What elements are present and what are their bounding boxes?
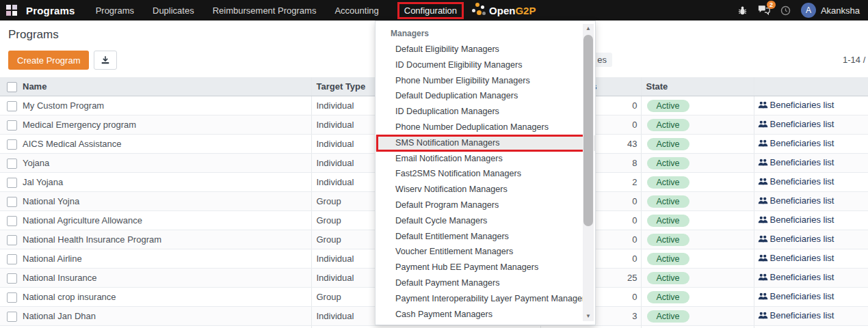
- state-badge: Active: [647, 215, 689, 227]
- dropdown-items: Default Eligibility ManagersID Document …: [376, 42, 595, 322]
- config-menu-item[interactable]: Default Eligibility Managers: [376, 42, 595, 57]
- beneficiaries-list-link[interactable]: Beneficiaries list: [758, 100, 834, 110]
- row-checkbox-cell: [0, 249, 21, 269]
- table-row[interactable]: National Family Benefits ProgramGroup0En…: [0, 326, 868, 328]
- user-menu[interactable]: A Akanksha: [801, 3, 860, 18]
- state-cell: Active: [641, 307, 754, 326]
- create-program-button[interactable]: Create Program: [8, 51, 89, 70]
- config-menu-item[interactable]: ID Document Eligibility Managers: [376, 57, 595, 73]
- state-badge: Active: [647, 291, 689, 303]
- scrollbar-thumb[interactable]: [583, 35, 593, 226]
- bug-icon[interactable]: [737, 5, 748, 16]
- actions-cell: Beneficiaries list: [754, 307, 868, 326]
- pager[interactable]: 1-14 /: [843, 55, 865, 65]
- row-checkbox-cell: [0, 230, 21, 249]
- actions-cell: Beneficiaries list: [754, 288, 868, 307]
- beneficiaries-list-link[interactable]: Beneficiaries list: [758, 215, 834, 225]
- app-window: Programs Programs Duplicates Reimburseme…: [0, 0, 868, 328]
- messages-icon[interactable]: 2: [758, 5, 770, 16]
- row-checkbox-cell: [0, 307, 21, 326]
- config-menu-item[interactable]: SMS Notification Managers: [376, 135, 595, 151]
- row-checkbox[interactable]: [7, 312, 17, 322]
- beneficiaries-list-link[interactable]: Beneficiaries list: [758, 291, 834, 301]
- row-checkbox-cell: [0, 211, 21, 230]
- row-checkbox-cell: [0, 192, 21, 211]
- beneficiaries-list-link[interactable]: Beneficiaries list: [758, 119, 834, 129]
- row-checkbox-cell: [0, 288, 21, 307]
- apps-menu-icon[interactable]: [6, 5, 17, 16]
- row-checkbox[interactable]: [7, 216, 17, 226]
- config-menu-item[interactable]: Payment Interoperability Layer Payment M…: [376, 291, 595, 307]
- column-header-name[interactable]: Name: [21, 77, 311, 96]
- row-checkbox[interactable]: [7, 159, 17, 169]
- program-name: AICS Medical Assistance: [21, 135, 311, 154]
- beneficiaries-list-link[interactable]: Beneficiaries list: [758, 176, 834, 187]
- row-checkbox[interactable]: [7, 273, 17, 284]
- config-menu-item[interactable]: Phone Number Eligibility Managers: [376, 73, 595, 89]
- config-menu-item[interactable]: Phone Number Deduplication Managers: [376, 120, 595, 135]
- row-checkbox[interactable]: [7, 178, 17, 188]
- menu-reimbursement-programs[interactable]: Reimbursement Programs: [213, 5, 317, 16]
- config-menu-item[interactable]: Wiserv Notification Managers: [376, 182, 595, 197]
- state-badge: Active: [647, 119, 689, 131]
- avatar[interactable]: A: [801, 3, 816, 18]
- config-menu-item[interactable]: ID Deduplication Managers: [376, 104, 595, 120]
- beneficiaries-list-link[interactable]: Beneficiaries list: [758, 157, 834, 167]
- menu-duplicates[interactable]: Duplicates: [153, 5, 194, 16]
- topbar-left: Programs Programs Duplicates Reimburseme…: [0, 1, 536, 19]
- scroll-up-arrow-icon[interactable]: ▲: [583, 25, 594, 32]
- people-group-icon: [758, 139, 768, 148]
- config-menu-item[interactable]: Email Notification Managers: [376, 151, 595, 167]
- config-menu-item[interactable]: Default Entitlement Managers: [376, 229, 595, 245]
- row-checkbox[interactable]: [7, 292, 17, 303]
- row-checkbox[interactable]: [7, 254, 17, 264]
- row-checkbox[interactable]: [7, 235, 17, 245]
- beneficiaries-list-link[interactable]: Beneficiaries list: [758, 253, 834, 263]
- config-menu-item[interactable]: Fast2SMS Notification Managers: [376, 166, 595, 182]
- people-group-icon: [758, 100, 768, 109]
- program-name: My Custom Program: [21, 96, 311, 115]
- menu-programs[interactable]: Programs: [96, 5, 134, 16]
- state-cell: Active: [641, 288, 754, 307]
- row-checkbox[interactable]: [7, 139, 17, 150]
- menu-configuration[interactable]: Configuration: [397, 2, 464, 19]
- app-title: Programs: [26, 5, 75, 16]
- beneficiaries-list-link[interactable]: Beneficiaries list: [758, 272, 834, 282]
- user-name: Akanksha: [821, 5, 860, 16]
- people-group-icon: [758, 254, 768, 262]
- page-title: Programs: [8, 28, 59, 42]
- state-badge: Active: [647, 253, 689, 265]
- people-group-icon: [758, 311, 768, 320]
- row-checkbox[interactable]: [7, 197, 17, 207]
- target-type: Group: [311, 326, 540, 328]
- people-group-icon: [758, 196, 768, 205]
- row-checkbox[interactable]: [7, 120, 17, 131]
- config-menu-item[interactable]: Voucher Entitlement Managers: [376, 244, 595, 260]
- beneficiaries-list-link[interactable]: Beneficiaries list: [758, 138, 834, 148]
- config-menu-item[interactable]: Cash Payment Managers: [376, 307, 595, 323]
- menu-accounting[interactable]: Accounting: [334, 5, 378, 16]
- config-menu-item[interactable]: Payment Hub EE Payment Managers: [376, 260, 595, 275]
- select-all-checkbox[interactable]: [7, 82, 17, 92]
- beneficiaries-list-link[interactable]: Beneficiaries list: [758, 310, 834, 320]
- row-checkbox-cell: [0, 173, 21, 192]
- config-menu-item[interactable]: Default Deduplication Managers: [376, 88, 595, 104]
- config-menu-item[interactable]: Default Program Managers: [376, 197, 595, 213]
- state-badge: Active: [647, 272, 689, 284]
- state-cell: Active: [641, 173, 754, 192]
- export-download-button[interactable]: [94, 51, 117, 70]
- column-header-state[interactable]: State: [641, 77, 754, 96]
- activity-clock-icon[interactable]: [780, 5, 791, 16]
- state-badge: Active: [647, 157, 689, 169]
- beneficiaries-list-link[interactable]: Beneficiaries list: [758, 195, 834, 206]
- scroll-down-arrow-icon[interactable]: ▼: [583, 313, 594, 320]
- people-group-icon: [758, 234, 768, 243]
- config-menu-item[interactable]: Default Payment Managers: [376, 275, 595, 291]
- row-checkbox[interactable]: [7, 101, 17, 111]
- actions-cell: Beneficiaries list: [754, 249, 868, 269]
- topbar-right: 2 A Akanksha: [737, 3, 868, 18]
- main-menu: Programs Duplicates Reimbursement Progra…: [96, 2, 464, 19]
- beneficiaries-list-link[interactable]: Beneficiaries list: [758, 234, 834, 244]
- config-menu-item[interactable]: Default Cycle Managers: [376, 213, 595, 229]
- dropdown-scrollbar[interactable]: ▲ ▼: [583, 24, 594, 321]
